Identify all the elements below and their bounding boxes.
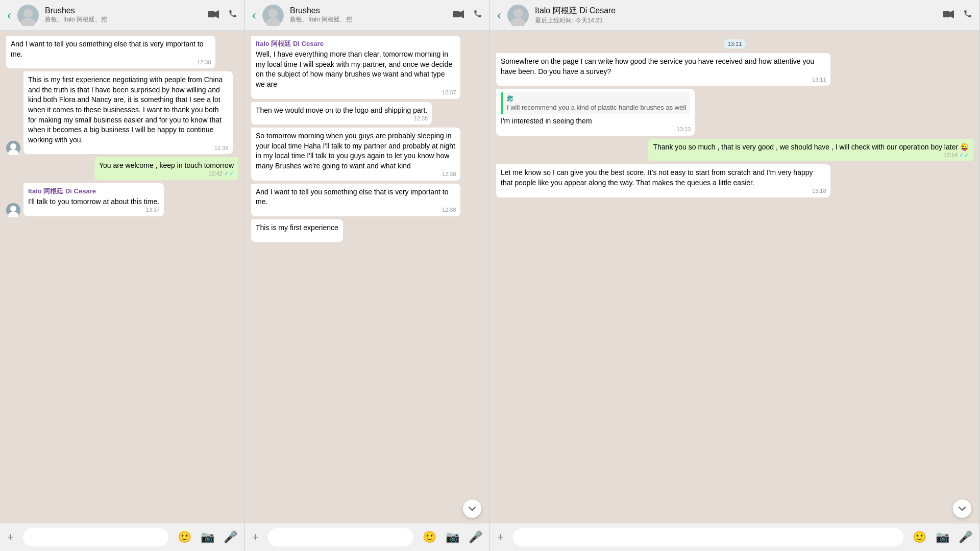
camera-icon[interactable]: 📷 xyxy=(936,531,949,544)
message-time: 13:14 ✓✓ xyxy=(943,151,969,160)
mic-icon[interactable]: 🎤 xyxy=(224,531,237,544)
emoji-icon[interactable]: 🙂 xyxy=(913,531,926,544)
message-in: Italo 阿根廷 Di Cesare I'll talk to you tom… xyxy=(23,183,164,216)
back-button-1[interactable]: ‹ xyxy=(7,8,11,22)
scroll-down-button-3[interactable] xyxy=(953,499,971,518)
message-in-with-quote: 您 I will recommend you a kind of plastic… xyxy=(496,89,695,136)
svg-marker-15 xyxy=(950,10,954,18)
avatar-3 xyxy=(507,5,529,26)
sender-avatar xyxy=(6,203,20,217)
message-input[interactable] xyxy=(513,528,903,546)
video-call-icon-2[interactable] xyxy=(453,9,464,21)
avatar-1 xyxy=(17,5,39,26)
mic-icon[interactable]: 🎤 xyxy=(959,531,972,544)
msg-row: Italo 阿根廷 Di Cesare I'll talk to you tom… xyxy=(6,183,238,217)
msg-row: You are welcome , keep in touch tomorrow… xyxy=(6,157,238,181)
quote-author: 您 xyxy=(507,94,686,103)
svg-rect-10 xyxy=(453,11,460,17)
scroll-down-button[interactable] xyxy=(463,499,481,518)
message-time: 13:11 xyxy=(812,76,826,84)
message-text: I'll talk to you tomorrow at about this … xyxy=(28,197,159,207)
message-in: Somewhere on the page I can write how go… xyxy=(496,53,830,86)
emoji-icon[interactable]: 🙂 xyxy=(178,531,191,544)
mic-icon[interactable]: 🎤 xyxy=(469,531,482,544)
add-icon[interactable]: + xyxy=(252,531,259,544)
message-text: So tomorrow morning when you guys are pr… xyxy=(256,131,456,171)
svg-point-4 xyxy=(10,143,16,149)
video-call-icon-1[interactable] xyxy=(208,9,219,21)
camera-icon[interactable]: 📷 xyxy=(201,531,214,544)
phone-icon-1[interactable] xyxy=(228,9,237,21)
phone-icon-3[interactable] xyxy=(963,9,972,21)
chat-header-1: ‹ Brushes 蔡敏、Italo 阿根廷、您 xyxy=(0,0,244,31)
back-button-3[interactable]: ‹ xyxy=(497,8,501,22)
msg-row: And I want to tell you something else th… xyxy=(6,36,238,69)
svg-point-8 xyxy=(268,9,278,18)
sender-name: Italo 阿根廷 Di Cesare xyxy=(256,39,456,48)
message-time: 12:38 xyxy=(214,144,229,152)
message-text: I'm interested in seeing them xyxy=(501,116,690,127)
message-time: 12:38 xyxy=(414,115,428,122)
message-in: This is my first experience negotiating … xyxy=(23,71,233,154)
svg-rect-2 xyxy=(208,11,215,17)
message-time: 12:38 xyxy=(442,170,456,178)
svg-marker-11 xyxy=(460,10,464,18)
message-in: And I want to tell you something else th… xyxy=(251,184,460,216)
message-text: And I want to tell you something else th… xyxy=(256,187,456,207)
message-time: 13:13 xyxy=(677,126,691,133)
message-time: 13:18 xyxy=(812,187,826,195)
message-time: 12:38 xyxy=(197,59,211,66)
message-out: You are welcome , keep in touch tomorrow… xyxy=(94,157,238,180)
video-call-icon-3[interactable] xyxy=(943,9,954,21)
quote-block: 您 I will recommend you a kind of plastic… xyxy=(501,92,690,114)
msg-row: Italo 阿根廷 Di Cesare Well, I have everyth… xyxy=(251,36,483,100)
chat-body-3: 13:11 Somewhere on the page I can write … xyxy=(490,31,979,523)
message-time: 12:37 xyxy=(442,89,456,96)
add-icon[interactable]: + xyxy=(497,531,504,544)
read-ticks: ✓✓ xyxy=(959,152,969,159)
header-info-2: Brushes 蔡敏、Italo 阿根廷、您 xyxy=(290,6,447,24)
svg-point-12 xyxy=(513,9,523,18)
sender-avatar xyxy=(6,141,20,155)
chat-footer-3: + 🙂 📷 🎤 xyxy=(490,523,979,551)
sender-name: Italo 阿根廷 Di Cesare xyxy=(28,187,159,196)
message-in: And I want to tell you something else th… xyxy=(6,36,215,68)
chat-panel-3: ‹ Italo 阿根廷 Di Cesare 最后上线时间: 今天14:23 13… xyxy=(490,0,980,551)
header-sub-3: 最后上线时间: 今天14:23 xyxy=(535,16,937,25)
header-name-1: Brushes xyxy=(45,6,202,15)
svg-point-0 xyxy=(23,9,33,18)
header-icons-2 xyxy=(453,9,482,21)
message-input[interactable] xyxy=(268,528,413,546)
add-icon[interactable]: + xyxy=(7,531,14,544)
phone-icon-2[interactable] xyxy=(473,9,482,21)
camera-icon[interactable]: 📷 xyxy=(446,531,459,544)
msg-row: Then we would move on to the logo and sh… xyxy=(251,102,483,126)
msg-row: This is my first experience xyxy=(251,219,483,243)
svg-point-9 xyxy=(266,18,280,26)
message-text: Then we would move on to the logo and sh… xyxy=(256,106,427,116)
message-input[interactable] xyxy=(23,528,168,546)
message-out: Thank you so much , that is very good , … xyxy=(648,139,973,162)
svg-rect-14 xyxy=(943,11,950,17)
message-text: And I want to tell you something else th… xyxy=(11,39,211,59)
chat-footer-1: + 🙂 📷 🎤 xyxy=(0,523,244,551)
emoji-icon[interactable]: 🙂 xyxy=(423,531,436,544)
msg-row: Somewhere on the page I can write how go… xyxy=(496,53,973,87)
chat-footer-2: + 🙂 📷 🎤 xyxy=(245,523,489,551)
header-icons-3 xyxy=(943,9,972,21)
avatar-2 xyxy=(262,5,284,26)
message-in: Then we would move on to the logo and sh… xyxy=(251,102,432,125)
message-text: Somewhere on the page I can write how go… xyxy=(501,57,826,77)
message-in: Let me know so I can give you the best s… xyxy=(496,164,830,197)
svg-point-7 xyxy=(8,212,18,217)
message-text: Well, I have everything more than clear,… xyxy=(256,49,456,89)
svg-point-13 xyxy=(511,18,525,26)
back-button-2[interactable]: ‹ xyxy=(252,8,256,22)
header-icons-1 xyxy=(208,9,237,21)
message-text: This is my first experience negotiating … xyxy=(28,75,228,145)
chat-header-2: ‹ Brushes 蔡敏、Italo 阿根廷、您 xyxy=(245,0,489,31)
header-info-1: Brushes 蔡敏、Italo 阿根廷、您 xyxy=(45,6,202,24)
msg-row: So tomorrow morning when you guys are pr… xyxy=(251,128,483,181)
msg-row: This is my first experience negotiating … xyxy=(6,71,238,155)
message-time: 12:42 ✓✓ xyxy=(208,169,234,178)
